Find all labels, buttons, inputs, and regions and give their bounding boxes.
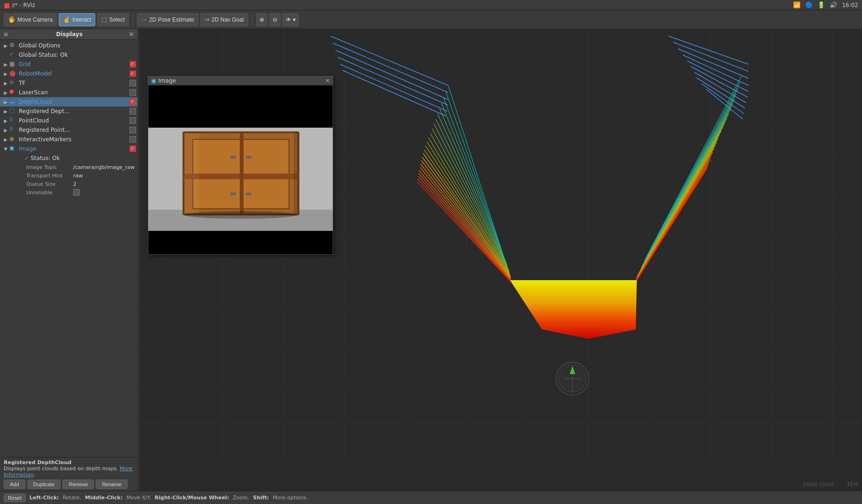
checkbox-laserscan[interactable] bbox=[130, 89, 136, 96]
prop-value-image-topic[interactable]: /camera/rgb/image_raw bbox=[73, 164, 135, 170]
image-window-icon: ▣ bbox=[151, 77, 156, 84]
extra-button-1[interactable]: ⊕ bbox=[256, 13, 267, 26]
bottom-status-bar: Registered DepthCloud Displays point clo… bbox=[0, 457, 138, 491]
prop-label-unreliable: Unreliable bbox=[26, 190, 73, 196]
svg-rect-102 bbox=[246, 156, 252, 159]
right-click-label: Right-Click/Mouse Wheel: bbox=[155, 495, 229, 501]
label-reg-points: Registered Point... bbox=[19, 127, 130, 133]
app-icon: ■ bbox=[4, 1, 10, 9]
label-image-status: Status: Ok bbox=[31, 155, 136, 161]
svg-rect-99 bbox=[240, 132, 244, 214]
label-reg-depth: Registered Dept... bbox=[19, 108, 130, 115]
image-window[interactable]: ▣ Image ✕ bbox=[148, 76, 333, 255]
display-item-reg-depth[interactable]: ▶ ⬚ Registered Dept... bbox=[0, 107, 138, 116]
arrow-pointcloud: ▶ bbox=[2, 118, 9, 123]
middle-click-label: Middle-Click: bbox=[85, 495, 122, 501]
displays-list[interactable]: ▶ ⚙ Global Options ✓ Global Status: Ok ▶… bbox=[0, 40, 138, 491]
left-click-action: Rotate. bbox=[63, 495, 82, 501]
nav-goal-button[interactable]: ⇒ 2D Nav Goal bbox=[200, 13, 248, 26]
display-item-grid[interactable]: ▶ ▦ Grid bbox=[0, 60, 138, 69]
arrow-global-options: ▶ bbox=[2, 43, 9, 48]
duplicate-button[interactable]: Duplicate bbox=[27, 480, 61, 489]
checkbox-robotmodel[interactable] bbox=[130, 70, 136, 77]
right-click-action: Zoom. bbox=[233, 495, 249, 501]
prop-value-queue-size[interactable]: 2 bbox=[73, 181, 76, 187]
arrow-reg-depth: ▶ bbox=[2, 109, 9, 114]
main-layout: ⊞ Displays ✕ ▶ ⚙ Global Options ✓ Global… bbox=[0, 29, 862, 491]
3d-viewport[interactable]: ▣ Image ✕ bbox=[138, 29, 862, 491]
icon-image-status: ✓ bbox=[24, 155, 29, 161]
display-item-global-options[interactable]: ▶ ⚙ Global Options bbox=[0, 41, 138, 50]
middle-click-action: Move X/Y. bbox=[126, 495, 151, 501]
display-item-robotmodel[interactable]: ▶ ⬤ RobotModel bbox=[0, 69, 138, 78]
label-robotmodel: RobotModel bbox=[19, 70, 130, 77]
left-panel: ⊞ Displays ✕ ▶ ⚙ Global Options ✓ Global… bbox=[0, 29, 138, 491]
icon-reg-points: ⠿ bbox=[9, 126, 17, 134]
display-item-laserscan[interactable]: ▶ ■ LaserScan bbox=[0, 88, 138, 97]
icon-global-options: ⚙ bbox=[9, 42, 17, 49]
checkbox-reg-points[interactable] bbox=[130, 127, 136, 133]
prop-value-transport-hint[interactable]: raw bbox=[73, 173, 83, 179]
remove-button[interactable]: Remove bbox=[62, 480, 94, 489]
checkbox-pointcloud[interactable] bbox=[130, 117, 136, 124]
toolbar: 🖐 Move Camera ☝ Interact ⬚ Select → 2D P… bbox=[0, 10, 862, 29]
icon-reg-depth: ⬚ bbox=[9, 107, 17, 115]
select-label: Select bbox=[109, 16, 124, 23]
checkbox-image[interactable] bbox=[130, 145, 136, 152]
checkbox-unreliable[interactable] bbox=[73, 189, 80, 196]
arrow-reg-points: ▶ bbox=[2, 128, 9, 133]
checkbox-grid[interactable] bbox=[130, 61, 136, 68]
display-item-reg-points[interactable]: ▶ ⠿ Registered Point... bbox=[0, 125, 138, 135]
bottom-buttons: Add Duplicate Remove Rename bbox=[4, 480, 134, 489]
prop-label-transport-hint: Transport Hint bbox=[26, 173, 73, 179]
wifi-icon: 📶 bbox=[793, 1, 801, 8]
arrow-depthcloud: ▶ bbox=[2, 99, 9, 105]
toolbar-separator-1 bbox=[133, 14, 133, 25]
move-camera-label: Move Camera bbox=[17, 16, 53, 23]
prop-transport-hint: Transport Hint raw bbox=[0, 171, 138, 180]
plugin-description: Displays point clouds based on depth map… bbox=[4, 466, 118, 472]
checkbox-tf[interactable] bbox=[130, 80, 136, 86]
extra-button-2[interactable]: ⊖ bbox=[269, 13, 281, 26]
extra-button-3[interactable]: 👁 ▾ bbox=[282, 13, 299, 26]
icon-interactive-markers: ⊕ bbox=[9, 136, 17, 143]
icon-pointcloud: ⠿ bbox=[9, 117, 17, 124]
pose-estimate-label: 2D Pose Estimate bbox=[149, 16, 194, 23]
display-item-image-status[interactable]: ✓ Status: Ok bbox=[0, 153, 138, 163]
image-window-label: Image bbox=[158, 77, 176, 84]
display-item-pointcloud[interactable]: ▶ ⠿ PointCloud bbox=[0, 116, 138, 125]
nav-goal-icon: ⇒ bbox=[205, 16, 210, 23]
display-item-interactive-markers[interactable]: ▶ ⊕ InteractiveMarkers bbox=[0, 135, 138, 144]
display-item-depthcloud[interactable]: ▶ ☁ DepthCloud bbox=[0, 97, 138, 107]
interact-button[interactable]: ☝ Interact bbox=[59, 13, 95, 26]
move-camera-button[interactable]: 🖐 Move Camera bbox=[4, 13, 57, 26]
svg-rect-103 bbox=[230, 192, 236, 195]
checkbox-depthcloud[interactable] bbox=[130, 99, 136, 105]
shift-action: More options. bbox=[273, 495, 308, 501]
reset-button[interactable]: Reset bbox=[4, 494, 26, 502]
label-global-status: Global Status: Ok bbox=[19, 52, 136, 58]
label-grid: Grid bbox=[19, 61, 130, 68]
image-window-close-button[interactable]: ✕ bbox=[325, 77, 330, 84]
image-content bbox=[148, 85, 333, 254]
prop-queue-size: Queue Size 2 bbox=[0, 180, 138, 188]
pose-estimate-button[interactable]: → 2D Pose Estimate bbox=[137, 13, 198, 26]
viewport-coordinates: 10800 10000 bbox=[802, 482, 834, 487]
display-item-tf[interactable]: ▶ ⟳ TF bbox=[0, 78, 138, 88]
label-image: Image bbox=[19, 145, 130, 152]
plugin-name: Registered DepthCloud bbox=[4, 459, 71, 466]
toolbar-separator-2 bbox=[252, 14, 252, 25]
svg-rect-104 bbox=[246, 192, 252, 195]
rename-button[interactable]: Rename bbox=[96, 480, 128, 489]
panel-resize-handle[interactable] bbox=[137, 29, 139, 491]
displays-close-button[interactable]: ✕ bbox=[129, 31, 134, 38]
icon-global-status: ✓ bbox=[9, 51, 17, 59]
interact-icon: ☝ bbox=[63, 16, 70, 23]
checkbox-interactive-markers[interactable] bbox=[130, 136, 136, 143]
display-item-global-status[interactable]: ✓ Global Status: Ok bbox=[0, 50, 138, 60]
select-button[interactable]: ⬚ Select bbox=[97, 13, 129, 26]
checkbox-reg-depth[interactable] bbox=[130, 108, 136, 115]
display-item-image[interactable]: ▼ ▣ Image bbox=[0, 144, 138, 153]
add-button[interactable]: Add bbox=[4, 480, 25, 489]
image-window-header[interactable]: ▣ Image ✕ bbox=[148, 76, 333, 85]
